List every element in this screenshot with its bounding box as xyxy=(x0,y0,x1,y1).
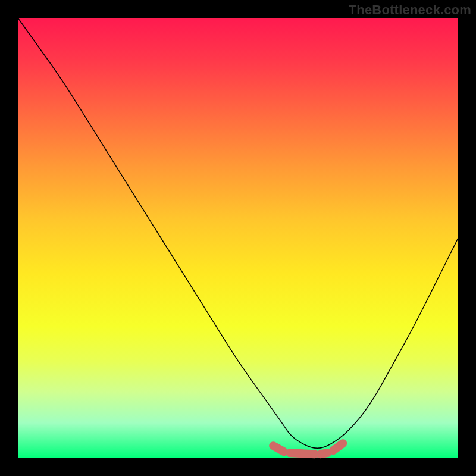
watermark-text: TheBottleneck.com xyxy=(349,2,471,18)
chart-svg xyxy=(18,18,458,458)
optimal-range-marker xyxy=(273,443,343,454)
chart-plot-area xyxy=(18,18,458,458)
bottleneck-curve-line xyxy=(18,18,458,448)
